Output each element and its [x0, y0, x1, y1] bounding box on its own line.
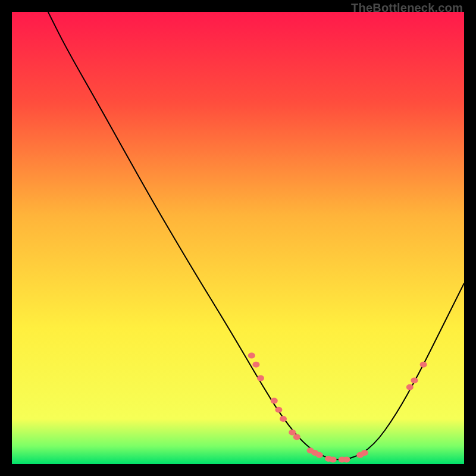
gradient-background [12, 12, 464, 464]
data-marker [248, 353, 255, 359]
data-marker [420, 362, 427, 368]
data-marker [293, 434, 300, 440]
data-marker [330, 456, 337, 462]
data-marker [257, 375, 264, 381]
data-marker [406, 384, 414, 390]
data-marker [271, 398, 278, 404]
data-marker [280, 416, 287, 422]
data-marker [361, 450, 368, 456]
data-marker [343, 456, 350, 462]
data-marker [252, 362, 259, 368]
data-marker [275, 407, 282, 413]
data-marker [411, 377, 418, 383]
bottleneck-chart [12, 12, 464, 464]
data-marker [316, 452, 323, 458]
chart-frame [12, 12, 464, 464]
